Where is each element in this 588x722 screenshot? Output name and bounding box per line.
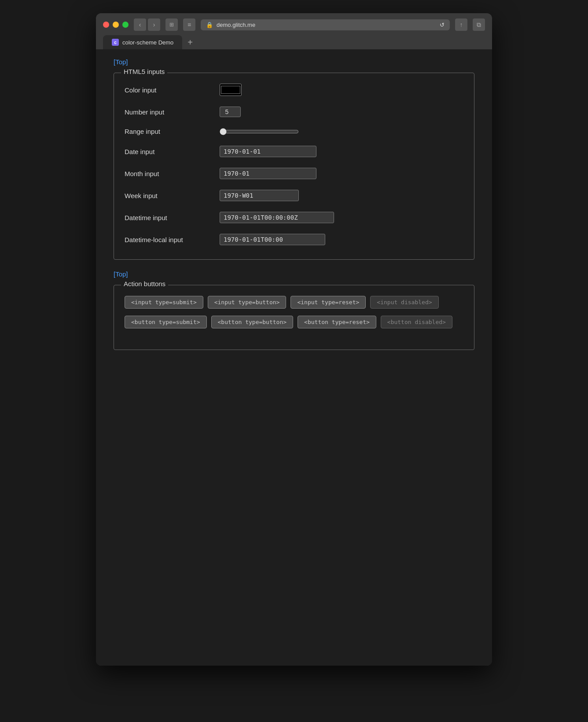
forward-button[interactable]: › [148,18,160,31]
new-tab-button[interactable]: + [182,36,198,49]
page-content: [Top] HTML5 inputs Color input Number in… [96,49,492,666]
close-button[interactable] [103,22,109,28]
browser-chrome: ‹ › ⊞ ≡ 🔒 demo.glitch.me ↺ ↑ ⧉ c color-s… [96,13,492,49]
week-input[interactable] [220,190,299,201]
number-input-wrap [220,107,241,117]
button-group: <button type=submit> <button type=button… [125,316,463,328]
button-reset-button[interactable]: <button type=reset> [298,316,376,328]
url-text: demo.glitch.me [217,22,255,28]
date-input[interactable] [220,146,316,157]
week-label: Week input [125,192,213,199]
action-buttons-legend: Action buttons [121,280,168,287]
input-reset-button[interactable]: <input type=reset> [290,296,366,309]
datetime-local-input[interactable] [220,234,325,245]
color-label: Color input [125,86,213,94]
action-buttons-section: Action buttons <input type=submit> <inpu… [114,285,474,350]
datetime-input-row: Datetime input [125,212,463,223]
tabs-button[interactable]: ⧉ [473,18,485,31]
month-input-row: Month input [125,168,463,179]
input-submit-button[interactable]: <input type=submit> [125,296,203,309]
number-input[interactable] [220,107,241,117]
menu-button[interactable]: ≡ [183,18,195,31]
browser-window: ‹ › ⊞ ≡ 🔒 demo.glitch.me ↺ ↑ ⧉ c color-s… [96,13,492,666]
datetime-local-label: Datetime-local input [125,236,213,243]
nav-buttons: ‹ › [134,18,160,31]
tab-bar: c color-scheme Demo + [103,35,485,49]
range-label: Range input [125,128,213,135]
range-input-row: Range input [125,128,463,135]
date-input-row: Date input [125,146,463,157]
week-input-row: Week input [125,190,463,201]
sidebar-button[interactable]: ⊞ [165,18,178,31]
title-bar: ‹ › ⊞ ≡ 🔒 demo.glitch.me ↺ ↑ ⧉ [103,18,485,31]
minimize-button[interactable] [113,22,119,28]
html5-inputs-section: HTML5 inputs Color input Number input Ra… [114,73,474,260]
top-link-1[interactable]: [Top] [114,58,128,66]
input-button-group: <input type=submit> <input type=button> … [125,296,463,309]
top-link-2[interactable]: [Top] [114,270,128,278]
month-label: Month input [125,170,213,177]
back-button[interactable]: ‹ [134,18,146,31]
number-input-row: Number input [125,107,463,117]
range-input[interactable] [220,128,299,135]
traffic-lights [103,22,129,28]
share-button[interactable]: ↑ [455,18,467,31]
datetime-local-input-row: Datetime-local input [125,234,463,245]
color-input[interactable] [220,84,242,96]
maximize-button[interactable] [122,22,129,28]
datetime-label: Datetime input [125,214,213,221]
datetime-input[interactable] [220,212,334,223]
address-bar[interactable]: 🔒 demo.glitch.me ↺ [201,19,450,30]
number-label: Number input [125,108,213,116]
button-disabled-button: <button disabled> [381,316,452,328]
color-input-row: Color input [125,84,463,96]
lock-icon: 🔒 [206,22,213,28]
button-button-button[interactable]: <button type=button> [211,316,294,328]
month-input[interactable] [220,168,316,179]
reload-icon[interactable]: ↺ [440,22,445,28]
date-label: Date input [125,148,213,155]
active-tab[interactable]: c color-scheme Demo [103,35,182,49]
html5-inputs-legend: HTML5 inputs [121,68,167,75]
tab-title: color-scheme Demo [122,39,173,46]
input-disabled-button: <input disabled> [370,296,438,309]
button-submit-button[interactable]: <button type=submit> [125,316,207,328]
input-button-button[interactable]: <input type=button> [208,296,287,309]
tab-favicon: c [112,39,119,46]
